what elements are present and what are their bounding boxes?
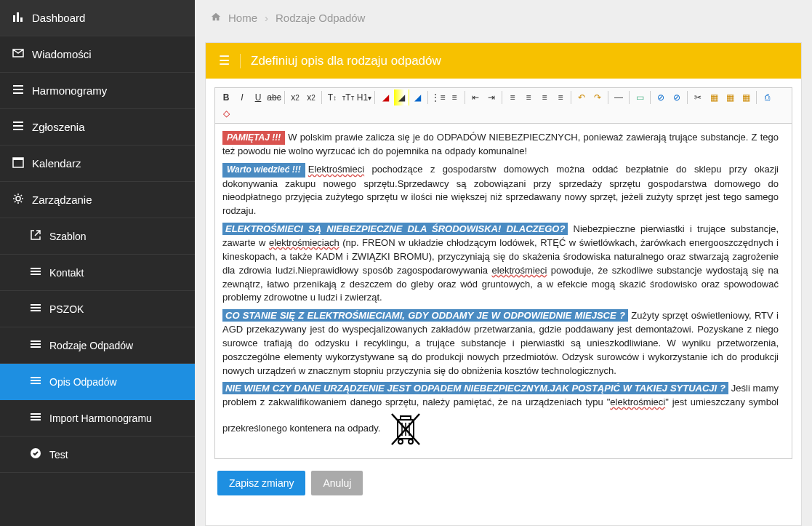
align-center-button[interactable]: ≡ (520, 89, 536, 105)
font-shrink-button[interactable]: тTт (340, 89, 356, 105)
highlight-heading: ELEKTROŚMIECI SĄ NIEBEZPIECZNE DLA ŚRODO… (222, 223, 568, 235)
copy-button[interactable]: ▦ (706, 89, 722, 105)
svg-rect-2 (20, 17, 23, 22)
list-icon (29, 266, 42, 279)
font-color-button[interactable]: ◢ (377, 89, 393, 105)
subscript-button[interactable]: x2 (287, 89, 303, 105)
hr-button[interactable]: — (611, 89, 627, 105)
editor-text: elektrośmieci (610, 397, 665, 407)
breadcrumb-home[interactable]: Home (228, 12, 257, 24)
sidebar-item-waste-desc[interactable]: Opis Odpadów (0, 364, 195, 400)
link-button[interactable]: ⊘ (653, 89, 669, 105)
outdent-button[interactable]: ⇤ (467, 89, 483, 105)
sidebar-item-label: Szablon (49, 231, 87, 242)
sidebar-item-label: Import Harmonogramu (49, 413, 152, 424)
svg-rect-1 (17, 12, 19, 22)
sidebar: Dashboard Wiadomości Harmonogramy Zgłosz… (0, 0, 195, 526)
svg-rect-8 (13, 129, 23, 130)
sidebar-item-label: Wiadomości (32, 48, 92, 60)
sidebar-item-schedules[interactable]: Harmonogramy (0, 73, 195, 109)
align-left-button[interactable]: ≡ (505, 89, 520, 105)
redo-button[interactable]: ↷ (590, 89, 606, 105)
home-icon (211, 12, 221, 24)
align-right-button[interactable]: ≡ (536, 89, 552, 105)
indent-button[interactable]: ⇥ (483, 89, 499, 105)
svg-rect-29 (401, 416, 411, 420)
sidebar-item-pszok[interactable]: PSZOK (0, 291, 195, 327)
unlink-button[interactable]: ⊘ (669, 89, 685, 105)
main-area: Home › Rodzaje Odpadów ☰ Zdefiniuj opis … (195, 0, 812, 526)
svg-point-33 (398, 439, 403, 444)
save-button[interactable]: Zapisz zmiany (217, 471, 305, 495)
clear-format-button[interactable]: ◢ (409, 89, 425, 105)
sidebar-item-test[interactable]: Test (0, 437, 195, 473)
ol-button[interactable]: ≡ (446, 89, 462, 105)
sidebar-item-template[interactable]: Szablon (0, 218, 195, 255)
align-justify-button[interactable]: ≡ (552, 89, 568, 105)
heading-button[interactable]: H1▾ (356, 89, 372, 105)
panel-body: B I U abc x2 x2 T↕ тTт H1▾ ◢ ◢ ◢ ⋮≡ (206, 79, 801, 525)
svg-rect-6 (13, 121, 23, 123)
sidebar-item-label: Opis Odpadów (49, 376, 117, 388)
strike-button[interactable]: abc (266, 89, 282, 105)
cancel-button[interactable]: Anuluj (311, 471, 363, 495)
list-icon (29, 411, 42, 425)
sidebar-item-label: Zgłoszenia (32, 121, 85, 133)
svg-rect-14 (31, 274, 41, 275)
rich-text-editor[interactable]: PAMIĘTAJ !!!W polskim prawie zalicza się… (215, 124, 792, 458)
sidebar-item-label: Kontakt (49, 267, 84, 279)
svg-rect-21 (31, 377, 41, 378)
undo-button[interactable]: ↶ (574, 89, 590, 105)
underline-button[interactable]: U (250, 89, 266, 105)
external-icon (29, 229, 42, 243)
bold-button[interactable]: B (218, 89, 234, 105)
sidebar-item-dashboard[interactable]: Dashboard (0, 0, 195, 36)
editor-text: pochodzące z gospodarstw domowych można … (222, 164, 779, 216)
editor-toolbar: B I U abc x2 x2 T↕ тTт H1▾ ◢ ◢ ◢ ⋮≡ (214, 87, 792, 124)
image-button[interactable]: ▭ (632, 89, 648, 105)
svg-rect-3 (13, 85, 23, 87)
sidebar-item-management[interactable]: Zarządzanie (0, 182, 195, 218)
print-button[interactable]: ⎙ (759, 89, 775, 105)
list-icon (29, 338, 42, 352)
italic-button[interactable]: I (234, 89, 250, 105)
sidebar-item-messages[interactable]: Wiadomości (0, 36, 195, 73)
sidebar-item-reports[interactable]: Zgłoszenia (0, 109, 195, 146)
svg-rect-10 (13, 158, 23, 160)
badge-know: Warto wiedzieć !!! (222, 163, 305, 177)
sidebar-item-label: Dashboard (32, 12, 85, 24)
svg-rect-24 (31, 413, 41, 415)
ul-button[interactable]: ⋮≡ (430, 89, 446, 105)
font-size-button[interactable]: T↕ (324, 89, 340, 105)
breadcrumb-current: Rodzaje Odpadów (276, 12, 365, 24)
svg-rect-16 (31, 307, 41, 308)
sidebar-item-label: Test (49, 449, 68, 461)
badge-remember: PAMIĘTAJ !!! (222, 131, 285, 145)
list-icon (12, 120, 25, 134)
panel-title: Zdefiniuj opis dla rodzaju odpadów (251, 54, 441, 68)
sidebar-item-import[interactable]: Import Harmonogramu (0, 400, 195, 437)
paste-button[interactable]: ▦ (722, 89, 738, 105)
sidebar-item-calendar[interactable]: Kalendarz (0, 146, 195, 182)
sidebar-item-contact[interactable]: Kontakt (0, 255, 195, 291)
svg-rect-15 (31, 304, 41, 306)
crossed-bin-icon (386, 410, 425, 449)
bg-color-button[interactable]: ◢ (393, 89, 409, 105)
svg-rect-5 (13, 92, 23, 94)
cut-button[interactable]: ✂ (690, 89, 706, 105)
check-icon (29, 447, 42, 461)
highlight-heading: NIE WIEM CZY DANE URZĄDZENIE JEST ODPADE… (222, 382, 728, 394)
source-button[interactable]: ◇ (218, 105, 234, 121)
svg-rect-7 (13, 125, 23, 127)
svg-rect-26 (31, 419, 41, 421)
svg-rect-23 (31, 383, 41, 384)
bar-chart-icon (12, 11, 25, 25)
list-icon (29, 375, 42, 388)
superscript-button[interactable]: x2 (303, 89, 319, 105)
gear-icon (12, 193, 25, 207)
paste-text-button[interactable]: ▦ (738, 89, 754, 105)
sidebar-item-label: Kalendarz (32, 157, 81, 170)
list-icon (29, 302, 42, 316)
panel: ☰ Zdefiniuj opis dla rodzaju odpadów B I… (205, 42, 802, 526)
sidebar-item-waste-types[interactable]: Rodzaje Odpadów (0, 327, 195, 364)
